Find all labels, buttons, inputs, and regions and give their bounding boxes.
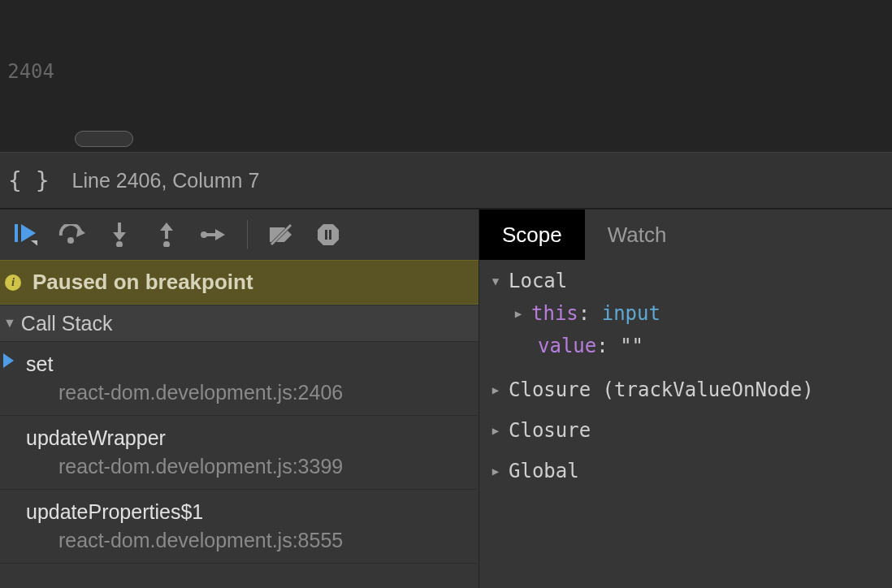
scope-label: Closure xyxy=(509,414,591,447)
stack-frame-location: react-dom.development.js:8555 xyxy=(26,526,472,555)
paused-banner: i Paused on breakpoint xyxy=(0,260,478,305)
svg-marker-18 xyxy=(318,224,339,245)
stack-frame-function: updateWrapper xyxy=(26,424,472,452)
debugger-pane: i Paused on breakpoint ▼ Call Stack set … xyxy=(0,209,892,588)
stack-frame-location: react-dom.development.js:2406 xyxy=(26,378,472,407)
scope-label: Closure xyxy=(509,378,591,401)
horizontal-scrollbar-thumb[interactable] xyxy=(75,131,133,147)
scope-variable[interactable]: ▶ this: input xyxy=(489,297,892,330)
chevron-right-icon: ▶ xyxy=(489,374,502,406)
scope-var-value: input xyxy=(602,302,660,325)
stack-frame[interactable]: updateWrapper react-dom.development.js:3… xyxy=(0,416,478,490)
chevron-down-icon: ▼ xyxy=(3,316,16,331)
stack-frame[interactable]: updateProperties$1 react-dom.development… xyxy=(0,490,478,564)
info-icon: i xyxy=(5,275,21,291)
stack-frame-function: updateProperties$1 xyxy=(26,498,472,526)
debugger-left-pane: i Paused on breakpoint ▼ Call Stack set … xyxy=(0,210,479,588)
scope-var-value: "" xyxy=(620,335,643,357)
cursor-position-label: Line 2406, Column 7 xyxy=(72,169,260,192)
chevron-right-icon: ▶ xyxy=(489,455,502,487)
scope-label: Global xyxy=(509,455,579,487)
chevron-right-icon: ▶ xyxy=(512,297,525,330)
svg-marker-13 xyxy=(215,229,225,240)
stack-frame[interactable]: set react-dom.development.js:2406 xyxy=(0,342,478,416)
scope-label: Local xyxy=(509,265,567,297)
toolbar-separator xyxy=(247,220,248,249)
stack-frame-location: react-dom.development.js:3399 xyxy=(26,452,472,481)
pretty-print-button[interactable]: { } xyxy=(8,167,50,194)
svg-point-14 xyxy=(201,231,207,238)
paused-label: Paused on breakpoint xyxy=(32,270,253,295)
code-line[interactable]: 2404 xyxy=(0,58,892,84)
svg-rect-1 xyxy=(15,224,18,242)
scope-section-closure[interactable]: ▶ Closure (trackValueOnNode) xyxy=(489,374,892,406)
scope-variable[interactable]: value: "" xyxy=(489,330,892,362)
svg-point-11 xyxy=(163,241,170,247)
stack-frame-function: set xyxy=(26,350,472,378)
svg-marker-2 xyxy=(21,224,36,242)
scope-section-closure[interactable]: ▶ Closure xyxy=(489,414,892,447)
scope-closure-name: (trackValueOnNode) xyxy=(603,378,814,401)
svg-point-8 xyxy=(116,241,123,247)
call-stack-label: Call Stack xyxy=(21,312,113,335)
deactivate-breakpoints-button[interactable] xyxy=(262,216,300,253)
svg-marker-7 xyxy=(113,232,126,240)
pause-on-exceptions-button[interactable] xyxy=(310,216,347,253)
scope-section-local[interactable]: ▼ Local xyxy=(489,265,892,297)
step-over-button[interactable] xyxy=(54,216,91,253)
editor-statusbar: { } Line 2406, Column 7 xyxy=(0,152,892,209)
tab-watch[interactable]: Watch xyxy=(585,210,690,260)
scope-section-global[interactable]: ▶ Global xyxy=(489,455,892,487)
svg-rect-20 xyxy=(329,230,331,240)
scope-watch-tabs: Scope Watch xyxy=(479,210,892,260)
tab-scope[interactable]: Scope xyxy=(479,210,585,260)
debugger-toolbar xyxy=(0,210,478,260)
svg-marker-3 xyxy=(31,240,37,247)
code-editor-pane[interactable]: 2404 2405 set : function ( value ) { 240… xyxy=(0,0,892,152)
scope-var-name: this xyxy=(531,302,578,325)
chevron-right-icon: ▶ xyxy=(489,414,502,447)
resume-button[interactable] xyxy=(6,216,44,253)
svg-rect-19 xyxy=(325,230,327,240)
scope-tree: ▼ Local ▶ this: input value: "" ▶ Closur… xyxy=(479,260,892,588)
chevron-down-icon: ▼ xyxy=(489,265,502,297)
line-number[interactable]: 2404 xyxy=(0,58,57,84)
call-stack-list: set react-dom.development.js:2406 update… xyxy=(0,342,478,588)
scope-var-name: value xyxy=(538,335,596,357)
step-out-button[interactable] xyxy=(148,216,185,253)
step-into-button[interactable] xyxy=(101,216,138,253)
svg-point-5 xyxy=(67,237,74,244)
debugger-right-pane: Scope Watch ▼ Local ▶ this: input value:… xyxy=(479,210,892,588)
step-button[interactable] xyxy=(195,216,232,253)
call-stack-header[interactable]: ▼ Call Stack xyxy=(0,305,478,342)
